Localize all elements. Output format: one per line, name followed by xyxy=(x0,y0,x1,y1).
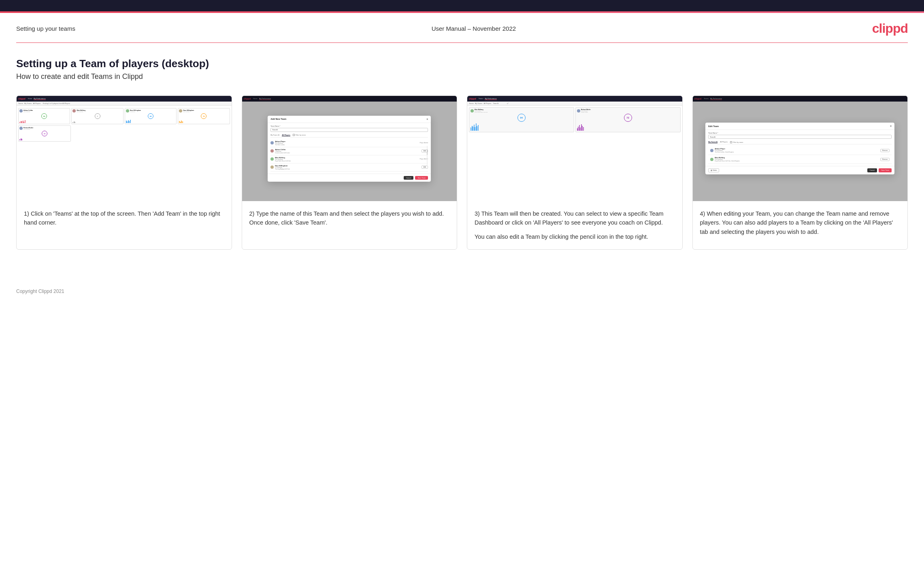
card2-mockapp: clippd Home My Performance Add New Team … xyxy=(242,96,457,201)
top-bar xyxy=(0,0,924,13)
dialog-tabs: My Team (2) All Players Filter by name xyxy=(270,134,428,138)
card1-subtopbar: Teams My Teams All Players Finding 5 of … xyxy=(17,102,232,106)
edit-remove-btn-1[interactable]: Remove xyxy=(880,149,890,152)
card3-mockapp: clippd Teams My Performance Teams My Tea… xyxy=(467,96,682,201)
dialog-avatar1 xyxy=(270,141,274,144)
card4-dialog-bg: Edit Team × Team Name * Team A My Team (… xyxy=(693,96,908,201)
edit-dialog-tabs: My Team (2) All Players Filter by name xyxy=(708,141,892,144)
card4-dialog-header: Edit Team × xyxy=(705,123,894,130)
card1-avatar2 xyxy=(72,109,76,112)
card-2-screenshot: clippd Home My Performance Add New Team … xyxy=(242,96,457,201)
edit-player-row-1: Adrian Player Plus Handicap The Shire Lo… xyxy=(708,146,892,155)
card1-player5: Richard Butler Plus Handicap 72 xyxy=(18,125,71,142)
card-2-text: 2) Type the name of this Team and then s… xyxy=(242,201,457,249)
edit-delete-btn[interactable]: 🗑 Delete xyxy=(708,168,719,172)
card4-edit-dialog: Edit Team × Team Name * Team A My Team (… xyxy=(705,123,894,174)
card1-nav: Home My Performance xyxy=(28,98,46,100)
card2-dialog-bg: Add New Team × Team Name * Team A My Tea… xyxy=(242,96,457,201)
card-4-text: 4) When editing your Team, you can chang… xyxy=(693,201,908,249)
card2-dialog-body: Team Name * Team A My Team (2) All Playe… xyxy=(268,123,431,174)
dialog-close-icon: × xyxy=(426,118,428,121)
card1-players-grid: Adrian Coliba Plus Handicap 84 xyxy=(18,108,230,124)
edit-player-row-2: Blair McHarg Plus Handicap Royal North D… xyxy=(708,155,892,164)
card1-topbar: clippd Home My Performance xyxy=(17,96,232,102)
card2-dialog-header: Add New Team × xyxy=(268,116,431,123)
card3-panel2: Richard Butler Plus Handicap Central Lon… xyxy=(575,107,681,132)
page-subtitle: How to create and edit Teams in Clippd xyxy=(16,72,908,81)
dialog-team-name-input: Team A xyxy=(270,128,428,132)
card-3-text: 3) This Team will then be created. You c… xyxy=(467,201,682,249)
top-bar-accent xyxy=(0,11,924,13)
card3-panel1: Blair McHarg Plus Handicap Royal North D… xyxy=(469,107,574,132)
card3-panels: Blair McHarg Plus Handicap Royal North D… xyxy=(467,106,682,134)
card3-topbar: clippd Teams My Performance xyxy=(467,96,682,102)
card-2: clippd Home My Performance Add New Team … xyxy=(242,95,458,250)
trash-icon: 🗑 xyxy=(711,170,712,171)
dialog-list-item-4: Dave Billingham 5.5 Handicap The Dog Mag… xyxy=(270,163,428,172)
card-3-screenshot: clippd Teams My Performance Teams My Tea… xyxy=(467,96,682,201)
card1-content: Adrian Coliba Plus Handicap 84 xyxy=(17,106,232,143)
card3-subtopbar: Teams My Teams All Players Team A 🖊 xyxy=(467,102,682,106)
card1-avatar1 xyxy=(19,109,23,112)
card4-dialog-body: Team Name * Team A My Team (2) All Playe… xyxy=(705,130,894,166)
dialog-cancel-btn[interactable]: Cancel xyxy=(404,176,413,180)
cards-row: clippd Home My Performance Teams My Team… xyxy=(16,95,908,250)
card4-dialog-footer: 🗑 Delete Cancel Save Team xyxy=(705,166,894,174)
edit-cancel-btn[interactable]: Cancel xyxy=(867,168,877,172)
dialog-avatar4 xyxy=(270,165,274,169)
edit-dialog-team-name-input: Team A xyxy=(708,135,892,139)
card1-mockapp: clippd Home My Performance Teams My Team… xyxy=(17,96,232,201)
header-logo: clippd xyxy=(872,21,908,36)
copyright-text: Copyright Clippd 2021 xyxy=(16,288,64,294)
card-1: clippd Home My Performance Teams My Team… xyxy=(16,95,232,250)
dialog-avatar3 xyxy=(270,157,274,161)
header: Setting up your teams User Manual – Nove… xyxy=(0,13,924,42)
header-center: User Manual – November 2022 xyxy=(432,25,516,32)
card1-player2: Blair McHarg Plus Handicap 0 xyxy=(71,108,123,124)
edit-avatar1 xyxy=(710,149,713,152)
card-1-text: 1) Click on 'Teams' at the top of the sc… xyxy=(17,201,232,249)
dialog-player-list: Adrian Player Plus Handicap The Shire Lo… xyxy=(270,139,428,172)
card4-mockapp: clippd Teams My Performance Edit Team × xyxy=(693,96,908,201)
edit-filter-checkbox xyxy=(730,141,732,143)
edit-save-btn[interactable]: Save Team xyxy=(879,168,892,172)
footer: Copyright Clippd 2021 xyxy=(0,282,924,301)
card-3: clippd Teams My Performance Teams My Tea… xyxy=(467,95,683,250)
page-title: Setting up a Team of players (desktop) xyxy=(16,57,908,70)
edit-avatar2 xyxy=(710,158,713,161)
card1-player4: Dave Billingham Plus Handicap 78 xyxy=(178,108,230,124)
card-1-screenshot: clippd Home My Performance Teams My Team… xyxy=(17,96,232,201)
edit-remove-btn-2[interactable]: Remove xyxy=(880,158,890,161)
card2-dialog: Add New Team × Team Name * Team A My Tea… xyxy=(268,116,431,182)
edit-dialog-close-icon: × xyxy=(890,125,892,127)
dialog-list-item-3: Blair McHarg Plus Handicap Royal North D… xyxy=(270,155,428,163)
card2-dialog-footer: Cancel Save Team xyxy=(268,174,431,182)
card1-player3: Dave Billingham 5 Handicap 94 xyxy=(125,108,177,124)
dialog-list-item-2: Adrian Coliba 1 Handicap Central London … xyxy=(270,147,428,155)
dialog-add-btn-4[interactable]: Add xyxy=(422,165,428,169)
filter-checkbox xyxy=(293,134,295,136)
card-4: clippd Teams My Performance Edit Team × xyxy=(692,95,908,250)
card1-avatar3 xyxy=(126,109,129,112)
dialog-list-item-1: Adrian Player Plus Handicap The Shire Lo… xyxy=(270,139,428,147)
card1-avatar4 xyxy=(179,109,182,112)
header-left: Setting up your teams xyxy=(16,25,75,32)
card-4-screenshot: clippd Teams My Performance Edit Team × xyxy=(693,96,908,201)
dialog-save-btn[interactable]: Save Team xyxy=(415,176,428,180)
card1-logo: clippd xyxy=(18,98,26,100)
dialog-avatar2 xyxy=(270,149,274,153)
card1-avatar5 xyxy=(19,127,23,130)
card1-player1: Adrian Coliba Plus Handicap 84 xyxy=(18,108,70,124)
main-content: Setting up a Team of players (desktop) H… xyxy=(0,43,924,282)
